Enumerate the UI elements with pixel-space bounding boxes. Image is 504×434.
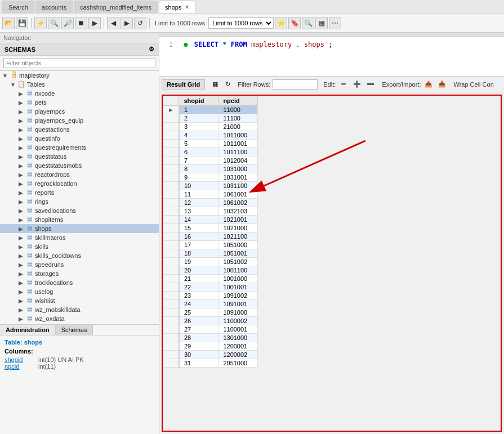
grid-icon[interactable]: ▦	[209, 79, 221, 90]
tree-item-playernpcs-equip[interactable]: ▶ ▤ playernpcs_equip	[0, 116, 159, 125]
edit-plus-icon[interactable]: ➕	[351, 79, 363, 90]
table-row[interactable]: 51011001	[163, 140, 258, 148]
row-indicator	[163, 317, 179, 325]
tree-item-questrequirements[interactable]: ▶ ▤ questrequirements	[0, 143, 159, 152]
tree-tables-group[interactable]: ▼ 📋 Tables	[0, 80, 159, 89]
tree-item-shopitems[interactable]: ▶ ▤ shopitems	[0, 215, 159, 224]
refresh-result-icon[interactable]: ↻	[222, 79, 233, 90]
run-button[interactable]: ▶	[88, 17, 101, 29]
open-file-button[interactable]: 📂	[2, 17, 15, 29]
table-row[interactable]: 221001001	[163, 283, 258, 292]
table-row[interactable]: 211100	[163, 114, 258, 123]
table-row[interactable]: 141021001	[163, 216, 258, 224]
tree-item-questinfo[interactable]: ▶ ▤ questinfo	[0, 134, 159, 143]
tree-item-rings[interactable]: ▶ ▤ rings	[0, 197, 159, 206]
table-row[interactable]: 101031100	[163, 182, 258, 190]
table-row[interactable]: 241091001	[163, 300, 258, 308]
inspect-button[interactable]: 🔎	[61, 17, 74, 29]
tree-item-uselog[interactable]: ▶ ▤ uselog	[0, 287, 159, 296]
execute-button[interactable]: ⚡	[34, 17, 47, 29]
export-icon[interactable]: 📤	[423, 79, 434, 90]
npcid-header[interactable]: npcid	[218, 96, 258, 106]
filter-rows-input[interactable]	[273, 79, 318, 90]
table-row[interactable]: 151021000	[163, 224, 258, 232]
edit-minus-icon[interactable]: ➖	[365, 79, 376, 90]
table-row[interactable]: 181051001	[163, 249, 258, 258]
table-row[interactable]: ►111000	[163, 106, 258, 114]
stop-button[interactable]: ⏹	[75, 17, 87, 29]
tree-item-storages[interactable]: ▶ ▤ storages	[0, 269, 159, 278]
table-row[interactable]: 121061002	[163, 199, 258, 207]
result-grid-tab[interactable]: Result Grid	[162, 79, 205, 90]
tree-item-nxcode[interactable]: ▶ ▤ nxcode	[0, 89, 159, 98]
tab-accounts[interactable]: accounts	[35, 1, 73, 13]
schemas-tab[interactable]: Schemas	[56, 325, 93, 335]
table-row[interactable]: 131032103	[163, 207, 258, 216]
import-icon[interactable]: 📥	[436, 79, 448, 90]
tab-search[interactable]: Search	[2, 1, 34, 13]
edit-pencil-icon[interactable]: ✏	[338, 79, 349, 90]
tree-item-savedlocations[interactable]: ▶ ▤ savedlocations	[0, 206, 159, 215]
table-row[interactable]: 91031001	[163, 173, 258, 182]
tree-item-reports[interactable]: ▶ ▤ reports	[0, 188, 159, 197]
bookmark-button[interactable]: 🔖	[288, 17, 301, 29]
table-row[interactable]: 161021100	[163, 232, 258, 241]
table-row[interactable]: 211001000	[163, 275, 258, 283]
forward-button[interactable]: ▶	[121, 17, 133, 29]
tree-item-regrocklocations[interactable]: ▶ ▤ regrocklocation	[0, 179, 159, 188]
back-button[interactable]: ◀	[107, 17, 119, 29]
table-row[interactable]: 41011000	[163, 131, 258, 140]
more-button[interactable]: ⋯	[329, 17, 341, 29]
table-row[interactable]: 231091002	[163, 292, 258, 300]
table-row[interactable]: 81031000	[163, 165, 258, 173]
filter-objects-input[interactable]	[3, 58, 155, 68]
tab-cashshop[interactable]: cashshop_modified_items	[74, 1, 158, 13]
table-row[interactable]: 281301000	[163, 334, 258, 342]
tree-item-pets[interactable]: ▶ ▤ pets	[0, 98, 159, 107]
tree-item-trocklocations[interactable]: ▶ ▤ trocklocations	[0, 278, 159, 287]
tree-item-skillmacros[interactable]: ▶ ▤ skillmacros	[0, 233, 159, 242]
schemas-icon[interactable]: ⚙	[149, 46, 154, 53]
administration-tab[interactable]: Administration	[0, 325, 56, 335]
h-scroll-bar[interactable]	[159, 33, 504, 37]
table-row[interactable]: 71012004	[163, 156, 258, 165]
sql-editor[interactable]: 1 ● SELECT * FROM maplestory . shops ;	[159, 37, 504, 77]
tree-item-playernpcs[interactable]: ▶ ▤ playernpcs	[0, 107, 159, 116]
save-button[interactable]: 💾	[16, 17, 28, 29]
tree-item-reactordrops[interactable]: ▶ ▤ reactordrops	[0, 170, 159, 179]
table-row[interactable]: 261100002	[163, 317, 258, 325]
tab-shops[interactable]: shops ✕	[159, 1, 195, 13]
star-button[interactable]: ⭐	[275, 17, 287, 29]
close-tab-icon[interactable]: ✕	[185, 4, 189, 10]
tree-item-skills-cooldowns[interactable]: ▶ ▤ skills_cooldowns	[0, 251, 159, 260]
data-grid[interactable]: shopid npcid ►11100021110032100041011000…	[163, 96, 501, 431]
tree-item-queststatus[interactable]: ▶ ▤ queststatus	[0, 152, 159, 161]
tree-item-skills[interactable]: ▶ ▤ skills	[0, 242, 159, 251]
columns-button[interactable]: ▦	[315, 17, 328, 29]
table-row[interactable]: 301200002	[163, 351, 258, 359]
table-row[interactable]: 171051000	[163, 241, 258, 249]
tree-item-wz-mobskilldata[interactable]: ▶ ▤ wz_mobskilldata	[0, 305, 159, 314]
table-row[interactable]: 321000	[163, 123, 258, 131]
tree-item-questactions[interactable]: ▶ ▤ questactions	[0, 125, 159, 134]
table-row[interactable]: 61011100	[163, 148, 258, 156]
table-row[interactable]: 251091000	[163, 308, 258, 317]
magnify-button[interactable]: 🔍	[302, 17, 314, 29]
tree-item-wishlist[interactable]: ▶ ▤ wishlist	[0, 296, 159, 305]
tree-item-speedruns[interactable]: ▶ ▤ speedruns	[0, 260, 159, 269]
table-row[interactable]: 291200001	[163, 342, 258, 351]
explain-button[interactable]: 🔍	[48, 17, 60, 29]
table-row[interactable]: 271100001	[163, 325, 258, 334]
table-row[interactable]: 111061001	[163, 190, 258, 199]
table-row[interactable]: 201001100	[163, 266, 258, 275]
result-area: Result Grid ▦ ↻ Filter Rows: Edit: ✏ ➕ ➖…	[159, 77, 504, 434]
table-row[interactable]: 191051002	[163, 258, 258, 266]
tree-item-shops[interactable]: ▶ ▤ shops	[0, 224, 159, 233]
table-row[interactable]: 312051000	[163, 359, 258, 368]
tree-item-wz-oxdata[interactable]: ▶ ▤ wz_oxdata	[0, 314, 159, 323]
limit-select[interactable]: Limit to 1000 rows Limit to 200 rows No …	[208, 17, 274, 29]
shopid-header[interactable]: shopid	[179, 96, 218, 106]
tree-maplestory-schema[interactable]: ▼ 🗄 maplestory	[0, 71, 159, 80]
tree-item-queststatusmobs[interactable]: ▶ ▤ queststatusmobs	[0, 161, 159, 170]
refresh-button[interactable]: ↺	[134, 17, 146, 29]
